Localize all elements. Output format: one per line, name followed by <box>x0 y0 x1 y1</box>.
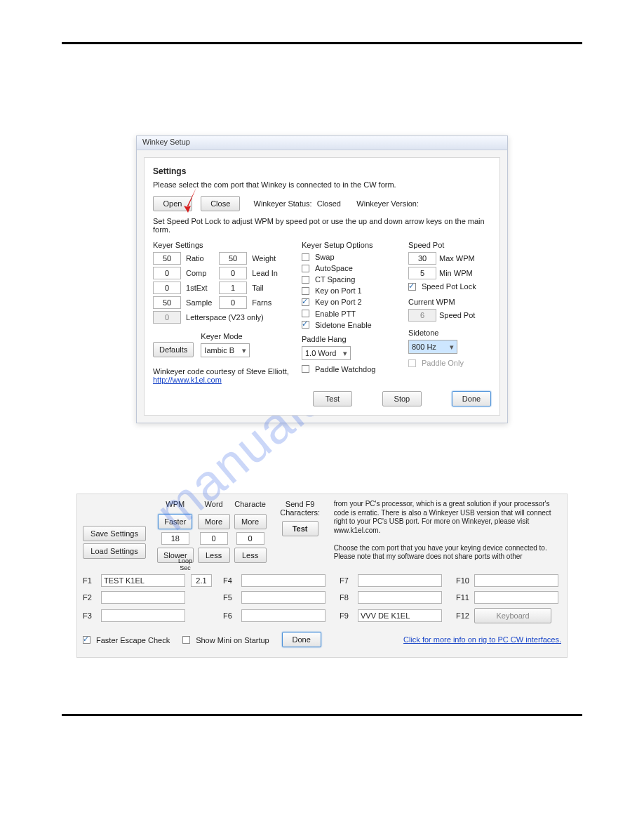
panel-done-button[interactable]: Done <box>282 632 321 647</box>
k1el-link[interactable]: http://www.k1el.com <box>153 376 222 384</box>
f2-label: F2 <box>83 593 98 602</box>
sidetone-enable-checkbox[interactable] <box>302 321 309 329</box>
keyport2-checkbox[interactable] <box>302 298 309 306</box>
keyer-setup-title: Keyer Setup Options <box>302 241 400 249</box>
keyer-mode-select[interactable]: Iambic B <box>201 343 250 357</box>
defaults-button[interactable]: Defaults <box>153 342 194 357</box>
swap-checkbox[interactable] <box>302 253 309 261</box>
f9-field[interactable]: VVV DE K1EL <box>358 609 442 622</box>
paddle-only-checkbox <box>408 359 416 367</box>
tail-label: Tail <box>252 284 264 292</box>
current-wpm-field: 6 <box>408 309 436 322</box>
wpm-value[interactable]: 18 <box>161 532 189 545</box>
f4-field[interactable] <box>241 574 326 587</box>
faster-escape-label: Faster Escape Check <box>96 636 170 644</box>
enableptt-checkbox[interactable] <box>302 310 309 317</box>
f10-field[interactable] <box>474 574 558 587</box>
show-mini-checkbox[interactable] <box>182 636 190 644</box>
sidetone-enable-label: Sidetone Enable <box>315 321 372 329</box>
f7-field[interactable] <box>358 574 442 587</box>
f6-label: F6 <box>223 611 239 620</box>
test-f9-button[interactable]: Test <box>282 521 318 536</box>
ratio-label: Ratio <box>186 254 217 263</box>
f1-label: F1 <box>83 576 98 585</box>
f6-field[interactable] <box>241 609 326 622</box>
f5-label: F5 <box>223 593 239 602</box>
leadin-label: Lead In <box>252 269 278 277</box>
f3-field[interactable] <box>101 609 185 622</box>
load-settings-button[interactable]: Load Settings <box>83 543 146 559</box>
f4-label: F4 <box>223 576 239 585</box>
f1-field[interactable]: TEST K1EL <box>101 574 185 587</box>
farns-field[interactable]: 0 <box>219 296 247 309</box>
farns-label: Farns <box>252 298 271 307</box>
f12-label: F12 <box>456 611 471 620</box>
stop-button[interactable]: Stop <box>382 391 422 406</box>
min-wpm-field[interactable]: 5 <box>408 267 436 279</box>
letterspace-label: Letterspace (V23 only) <box>186 313 264 322</box>
autospace-label: AutoSpace <box>315 264 353 272</box>
page-divider-bottom <box>62 714 582 716</box>
paddle-only-label: Paddle Only <box>422 359 464 367</box>
current-wpm-label: Speed Pot <box>439 311 475 319</box>
f2-field[interactable] <box>101 591 185 604</box>
lower-panel: Save Settings Load Settings WPM Faster 1… <box>76 494 568 658</box>
show-mini-label: Show Mini on Startup <box>196 636 269 644</box>
f3-label: F3 <box>83 611 98 620</box>
status-label: Winkeyer Status: <box>254 199 312 208</box>
speed-pot-lock-label: Speed Pot Lock <box>422 282 476 291</box>
close-button[interactable]: Close <box>201 196 240 211</box>
paddle-hang-select[interactable]: 1.0 Word <box>302 346 351 360</box>
leadin-field[interactable]: 0 <box>219 267 247 279</box>
f9-label: F9 <box>340 611 355 620</box>
paddle-watchdog-checkbox[interactable] <box>302 365 309 373</box>
word-value[interactable]: 0 <box>200 532 228 545</box>
tail-field[interactable]: 1 <box>219 282 247 294</box>
help-text: from your PC's processor, which is a gre… <box>334 500 561 562</box>
save-settings-button[interactable]: Save Settings <box>83 526 146 541</box>
speed-pot-lock-checkbox[interactable] <box>408 283 416 291</box>
autospace-checkbox[interactable] <box>302 265 309 272</box>
word-more-button[interactable]: More <box>198 514 230 529</box>
keyport1-label: Key on Port 1 <box>315 286 362 295</box>
comp-label: Comp <box>186 269 217 277</box>
test-button[interactable]: Test <box>313 391 352 406</box>
sample-field[interactable]: 50 <box>153 296 181 309</box>
instruction-text: Please select the com port that Winkey i… <box>153 180 491 189</box>
current-wpm-title: Current WPM <box>408 298 492 306</box>
faster-escape-checkbox[interactable] <box>83 636 90 644</box>
char-less-button[interactable]: Less <box>234 548 267 563</box>
f11-field[interactable] <box>474 591 558 604</box>
send-f9-label: Send F9 Characters: <box>271 500 330 517</box>
max-wpm-label: Max WPM <box>439 254 475 263</box>
f8-field[interactable] <box>358 591 442 604</box>
ctspacing-checkbox[interactable] <box>302 276 309 284</box>
keyport2-label: Key on Port 2 <box>315 298 362 306</box>
sidetone-select[interactable]: 800 Hz <box>408 340 457 354</box>
weight-field[interactable]: 50 <box>219 252 247 265</box>
word-less-button[interactable]: Less <box>198 548 230 563</box>
loopsec-label: Loop Sec <box>173 557 198 571</box>
keyport1-checkbox[interactable] <box>302 287 309 295</box>
f8-label: F8 <box>340 593 355 602</box>
dialog-title: Winkey Setup <box>137 136 507 150</box>
cw-interface-link[interactable]: Click for more info on rig to PC CW inte… <box>403 635 561 644</box>
ratio-field[interactable]: 50 <box>153 252 181 265</box>
char-value[interactable]: 0 <box>236 532 264 545</box>
word-heading: Word <box>205 500 223 511</box>
paddle-hang-title: Paddle Hang <box>302 335 400 343</box>
status-value: Closed <box>317 199 341 208</box>
faster-button[interactable]: Faster <box>158 514 192 529</box>
char-heading: Characte <box>234 500 266 511</box>
speed-lock-msg: Set Speed Pot Lock to adjust WPM by spee… <box>153 217 491 234</box>
keyboard-button[interactable]: Keyboard <box>474 608 551 623</box>
firstext-field[interactable]: 0 <box>153 282 181 294</box>
char-more-button[interactable]: More <box>234 514 267 529</box>
max-wpm-field[interactable]: 30 <box>408 252 436 265</box>
f10-label: F10 <box>456 576 471 585</box>
loopsec-field[interactable]: 2.1 <box>191 574 212 587</box>
done-button[interactable]: Done <box>452 391 491 406</box>
settings-heading: Settings <box>153 166 491 176</box>
f5-field[interactable] <box>241 591 326 604</box>
comp-field[interactable]: 0 <box>153 267 181 279</box>
